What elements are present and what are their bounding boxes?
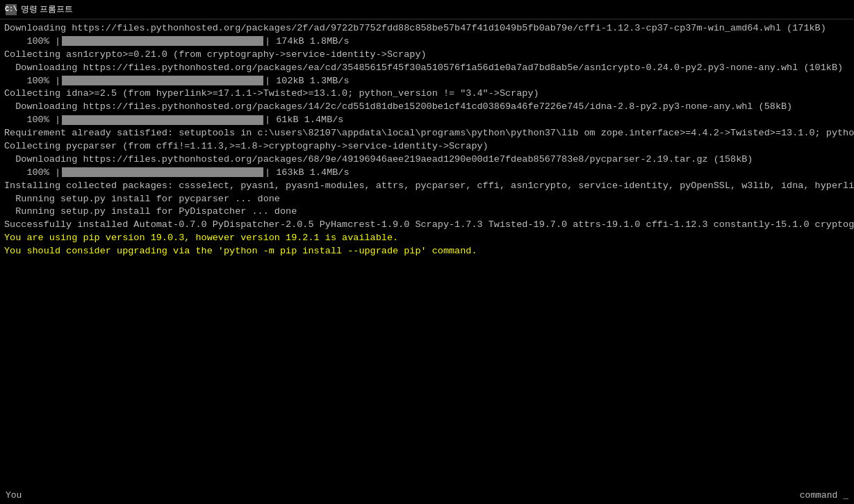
terminal-line: Collecting idna>=2.5 (from hyperlink>=17… <box>4 87 850 101</box>
bottom-left-label: You <box>6 490 22 501</box>
terminal-line: Downloading https://files.pythonhosted.o… <box>4 62 850 75</box>
terminal-line: Running setup.py install for PyDispatche… <box>4 205 850 219</box>
terminal-line: Requirement already satisfied: setuptool… <box>4 127 850 140</box>
title-bar: C:\ 명령 프롬프트 <box>0 0 854 19</box>
bottom-right-label: command _ <box>800 490 848 501</box>
terminal-line: Downloading https://files.pythonhosted.o… <box>4 101 850 114</box>
terminal-line: Downloading https://files.pythonhosted.o… <box>4 153 850 167</box>
progress-line: 100% || 102kB 1.3MB/s <box>4 75 850 88</box>
terminal-body: Downloading https://files.pythonhosted.o… <box>0 19 854 504</box>
title-bar-icon: C:\ <box>6 4 17 15</box>
progress-line: 100% || 163kB 1.4MB/s <box>4 167 850 180</box>
warning-line: You should consider upgrading via the 'p… <box>4 245 850 258</box>
title-bar-text: 명령 프롬프트 <box>21 3 73 15</box>
progress-line: 100% || 61kB 1.4MB/s <box>4 114 850 127</box>
terminal-line: Successfully installed Automat-0.7.0 PyD… <box>4 219 850 232</box>
warning-line: You are using pip version 19.0.3, howeve… <box>4 232 850 245</box>
terminal-line: Installing collected packages: cssselect… <box>4 180 850 193</box>
terminal-line: Running setup.py install for pycparser .… <box>4 193 850 206</box>
terminal-line: Collecting asn1crypto>=0.21.0 (from cryp… <box>4 49 850 62</box>
terminal-line: Downloading https://files.pythonhosted.o… <box>4 22 850 35</box>
progress-line: 100% || 174kB 1.8MB/s <box>4 35 850 49</box>
status-bar: You command _ <box>0 486 854 504</box>
terminal-line: Collecting pycparser (from cffi!=1.11.3,… <box>4 140 850 153</box>
